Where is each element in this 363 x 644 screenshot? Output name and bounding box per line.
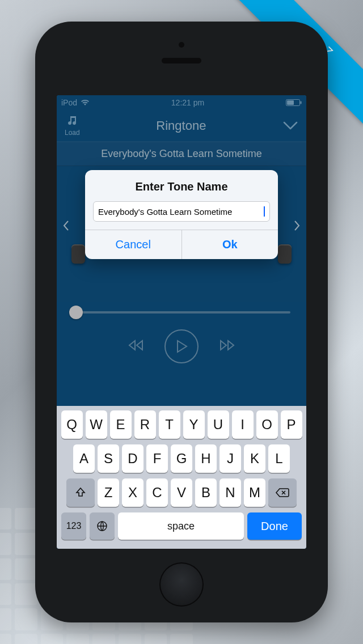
backspace-key[interactable] [268, 478, 297, 507]
onscreen-keyboard: QWERTYUIOP ASDFGHJKL ZXCVBNM 123 space D… [57, 406, 306, 549]
key-s[interactable]: S [98, 444, 119, 473]
key-o[interactable]: O [256, 410, 278, 439]
cancel-button[interactable]: Cancel [85, 230, 182, 259]
text-caret [264, 206, 265, 217]
key-e[interactable]: E [110, 410, 132, 439]
key-u[interactable]: U [208, 410, 229, 439]
device-earpiece [162, 58, 201, 63]
ok-button[interactable]: Ok [182, 230, 278, 259]
globe-key[interactable] [90, 512, 115, 540]
key-g[interactable]: G [171, 444, 192, 473]
tone-name-field[interactable] [93, 201, 270, 222]
key-j[interactable]: J [220, 444, 241, 473]
key-q[interactable]: Q [61, 410, 83, 439]
key-p[interactable]: P [281, 410, 302, 439]
key-b[interactable]: B [195, 478, 217, 507]
numbers-key[interactable]: 123 [61, 512, 86, 540]
key-l[interactable]: L [268, 444, 290, 473]
home-button[interactable] [159, 562, 204, 607]
key-m[interactable]: M [244, 478, 265, 507]
key-y[interactable]: Y [183, 410, 205, 439]
key-w[interactable]: W [86, 410, 107, 439]
key-t[interactable]: T [159, 410, 180, 439]
key-r[interactable]: R [134, 410, 156, 439]
key-d[interactable]: D [122, 444, 143, 473]
key-a[interactable]: A [73, 444, 95, 473]
key-h[interactable]: H [195, 444, 217, 473]
key-f[interactable]: F [146, 444, 168, 473]
space-key[interactable]: space [118, 512, 244, 540]
key-z[interactable]: Z [98, 478, 119, 507]
key-n[interactable]: N [220, 478, 241, 507]
key-x[interactable]: X [122, 478, 143, 507]
key-v[interactable]: V [171, 478, 192, 507]
shift-key[interactable] [66, 478, 95, 507]
tone-name-input[interactable] [98, 207, 263, 217]
key-i[interactable]: I [232, 410, 254, 439]
screen: iPod 12:21 pm Load Ringtone [57, 95, 306, 549]
enter-tone-name-alert: Enter Tone Name Cancel Ok [85, 170, 278, 259]
alert-title: Enter Tone Name [85, 170, 278, 201]
done-key[interactable]: Done [247, 512, 302, 540]
phone-frame: iPod 12:21 pm Load Ringtone [35, 22, 328, 622]
key-k[interactable]: K [244, 444, 265, 473]
key-c[interactable]: C [146, 478, 168, 507]
device-camera [179, 42, 184, 48]
